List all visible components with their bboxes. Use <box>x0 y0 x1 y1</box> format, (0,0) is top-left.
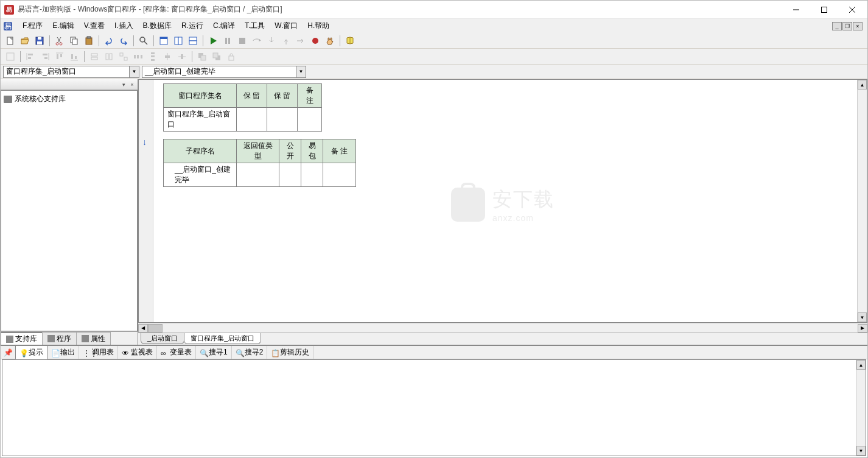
menu-run[interactable]: R.运行 <box>177 19 208 33</box>
tab-library[interactable]: 支持库 <box>1 332 43 345</box>
menu-compile[interactable]: C.编译 <box>208 19 240 33</box>
menu-program[interactable]: F.程序 <box>18 19 47 33</box>
mdi-restore-button[interactable]: ❐ <box>842 22 852 30</box>
svg-rect-53 <box>151 59 155 61</box>
scroll-down-button[interactable]: ▼ <box>858 312 867 322</box>
module-dropdown-value: 窗口程序集_启动窗口 <box>6 66 76 77</box>
td-epack[interactable] <box>301 163 323 187</box>
th-return-type: 返回值类型 <box>237 139 279 163</box>
toolbar-design <box>1 49 867 65</box>
panel-close-button[interactable]: × <box>128 80 136 89</box>
run-button[interactable] <box>206 34 220 48</box>
menu-view[interactable]: V.查看 <box>79 19 110 33</box>
table-row[interactable]: 窗口程序集_启动窗口 <box>164 108 322 132</box>
tab-variables[interactable]: ∞变量表 <box>157 346 196 359</box>
svg-rect-15 <box>87 37 91 38</box>
svg-rect-13 <box>72 39 77 44</box>
td-sub-name[interactable]: __启动窗口_创建完毕 <box>164 163 237 187</box>
menu-insert[interactable]: I.插入 <box>110 19 138 33</box>
window-layout2-button[interactable] <box>172 34 185 48</box>
module-table[interactable]: 窗口程序集名 保 留 保 留 备 注 窗口程序集_启动窗口 <box>163 83 322 132</box>
window-layout1-button[interactable] <box>157 34 170 48</box>
hscroll-thumb[interactable] <box>148 324 163 333</box>
svg-rect-24 <box>225 38 227 44</box>
tab-hints[interactable]: 💡提示 <box>15 345 47 359</box>
find-button[interactable] <box>137 34 150 48</box>
redo-button[interactable] <box>117 34 130 48</box>
hand-button[interactable] <box>323 34 337 48</box>
code-editor[interactable]: ↓ 窗口程序集名 保 留 保 留 备 注 窗口程序集_启动窗口 <box>138 79 867 323</box>
paste-button[interactable] <box>82 34 96 48</box>
breakpoint-button[interactable] <box>309 34 322 48</box>
tab-watch[interactable]: 👁监视表 <box>118 346 157 359</box>
tab-output[interactable]: 📄输出 <box>47 346 79 359</box>
module-dropdown[interactable]: 窗口程序集_启动窗口 ▼ <box>3 66 139 78</box>
editor-hscroll[interactable]: ◀ ▶ <box>138 323 867 333</box>
tab-callstack[interactable]: ⋮⋮调用表 <box>79 346 118 359</box>
editor-tabs: _启动窗口 窗口程序集_启动窗口 <box>138 333 867 345</box>
tree-item-core[interactable]: 系统核心支持库 <box>4 93 135 105</box>
menu-tools[interactable]: T.工具 <box>240 19 270 33</box>
align-left-button <box>24 50 37 63</box>
menu-edit[interactable]: E.编辑 <box>47 19 79 33</box>
procedure-dropdown[interactable]: __启动窗口_创建完毕 ▼ <box>142 66 306 78</box>
svg-rect-49 <box>137 55 139 58</box>
svg-rect-61 <box>213 53 218 58</box>
scroll-right-button[interactable]: ▶ <box>858 324 867 333</box>
subroutine-table[interactable]: 子程序名 返回值类型 公开 易包 备 注 __启动窗口_创建完毕 <box>163 139 356 187</box>
save-button[interactable] <box>33 34 46 48</box>
tab-program[interactable]: 程序 <box>42 332 77 345</box>
knowledge-button[interactable] <box>343 34 357 48</box>
mdi-controls: _ ❐ × <box>832 22 865 30</box>
td-return-type[interactable] <box>237 163 279 187</box>
svg-rect-21 <box>178 37 182 44</box>
toolbar-standard <box>1 33 867 49</box>
tab-properties[interactable]: 属性 <box>76 332 111 345</box>
undo-button[interactable] <box>102 34 116 48</box>
work-area: ▾ × 系统核心支持库 支持库 程序 属性 ↓ 窗口程序集名 保 <box>1 79 867 345</box>
menu-help[interactable]: H.帮助 <box>303 19 334 33</box>
align-bottom-button <box>68 50 81 63</box>
td-remark2[interactable] <box>323 163 356 187</box>
pin-button[interactable]: 📌 <box>3 348 13 358</box>
mdi-minimize-button[interactable]: _ <box>832 22 842 30</box>
editor-tab-startup[interactable]: _启动窗口 <box>141 333 184 344</box>
cut-button[interactable] <box>53 34 66 48</box>
tab-search2[interactable]: 🔍搜寻2 <box>232 346 268 359</box>
tab-search1[interactable]: 🔍搜寻1 <box>196 346 232 359</box>
editor-tab-module[interactable]: 窗口程序集_启动窗口 <box>184 333 261 344</box>
mdi-close-button[interactable]: × <box>853 22 863 30</box>
td-reserved1[interactable] <box>237 108 267 132</box>
maximize-button[interactable] <box>810 1 838 18</box>
panel-dropdown-button[interactable]: ▾ <box>119 80 128 89</box>
td-reserved2[interactable] <box>267 108 298 132</box>
bottom-body[interactable]: ▲ ▼ <box>2 359 866 456</box>
td-remark[interactable] <box>298 108 322 132</box>
td-public[interactable] <box>279 163 301 187</box>
scroll-down-button[interactable]: ▼ <box>856 446 866 456</box>
library-tree[interactable]: 系统核心支持库 <box>1 90 138 331</box>
bottom-vscroll[interactable]: ▲ ▼ <box>856 360 866 456</box>
copy-button[interactable] <box>68 34 81 48</box>
menu-window[interactable]: W.窗口 <box>270 19 303 33</box>
svg-rect-52 <box>151 55 155 57</box>
close-button[interactable] <box>838 1 866 18</box>
svg-rect-62 <box>229 56 234 60</box>
minimize-button[interactable] <box>782 1 810 18</box>
new-button[interactable] <box>4 34 17 48</box>
table-row[interactable]: __启动窗口_创建完毕 <box>164 163 356 187</box>
tab-cliphistory[interactable]: 📋剪辑历史 <box>267 346 313 359</box>
scroll-left-button[interactable]: ◀ <box>138 324 148 333</box>
editor-vscroll[interactable]: ▲ ▼ <box>857 80 867 322</box>
watermark: 安下载 anxz.com <box>451 186 555 223</box>
th-sub-name: 子程序名 <box>164 139 237 163</box>
open-button[interactable] <box>18 34 32 48</box>
td-module-name[interactable]: 窗口程序集_启动窗口 <box>164 108 237 132</box>
scroll-up-button[interactable]: ▲ <box>856 360 866 370</box>
window-layout3-button[interactable] <box>186 34 200 48</box>
bring-front-button <box>195 50 209 63</box>
scroll-up-button[interactable]: ▲ <box>858 80 867 90</box>
svg-rect-45 <box>110 54 112 60</box>
menu-database[interactable]: B.数据库 <box>138 19 177 33</box>
window-controls <box>782 1 866 18</box>
